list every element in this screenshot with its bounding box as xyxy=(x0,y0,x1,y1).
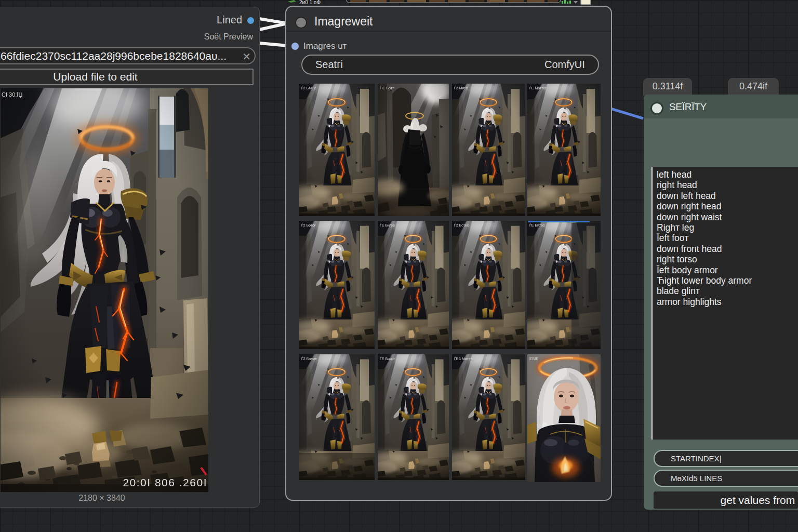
svg-text:Ѓ2 Ботее: Ѓ2 Ботее xyxy=(454,223,469,227)
svg-text:ЃЕ Бииог: ЃЕ Бииог xyxy=(380,356,395,361)
svg-text:Ѓ2 Ботог: Ѓ2 Ботог xyxy=(301,223,316,227)
svg-text:Ѓ2 Боеие: Ѓ2 Боеие xyxy=(301,356,317,361)
svg-text:ЃІЕ Ботт: ЃІЕ Ботт xyxy=(380,86,394,90)
svg-text:ЃЕ Бигее: ЃЕ Бигее xyxy=(380,223,395,227)
svg-text:ЃЕ Моттег: ЃЕ Моттег xyxy=(529,86,547,90)
svg-text:ЃЕ Битое: ЃЕ Битое xyxy=(529,223,545,227)
svg-text:Ѓ2 БМСе: Ѓ2 БМСе xyxy=(301,86,316,90)
svg-text:20:0І 806 .260І: 20:0І 806 .260І xyxy=(123,476,207,488)
svg-text:ЃЕБ Митее: ЃЕБ Митее xyxy=(454,356,473,361)
svg-text:ЇГБЇЕ: ЇГБЇЕ xyxy=(529,357,538,361)
svg-text:Ѓ2 Мите: Ѓ2 Мите xyxy=(454,86,468,90)
svg-text:СІ 30:ЇЏ: СІ 30:ЇЏ xyxy=(2,91,22,98)
